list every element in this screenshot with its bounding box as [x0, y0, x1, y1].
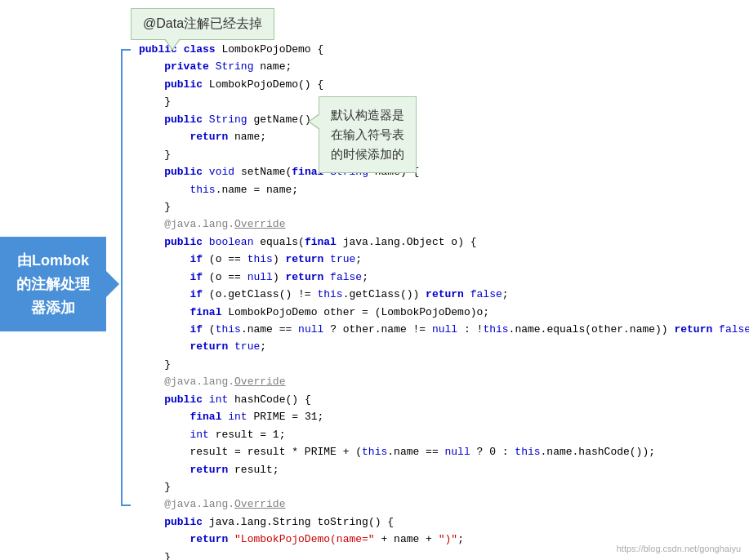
- code-line: public LombokPojoDemo() {: [139, 76, 741, 93]
- code-block: public class LombokPojoDemo { private St…: [139, 41, 741, 560]
- code-line: result = result * PRIME + (this.name == …: [139, 443, 741, 460]
- code-line: if (o == null) return false;: [139, 269, 741, 286]
- left-annotation-bubble: 由Lombok的注解处理器添加: [0, 237, 106, 331]
- code-line: public int hashCode() {: [139, 391, 741, 408]
- code-line: }: [139, 198, 741, 216]
- code-area: public class LombokPojoDemo { private St…: [131, 41, 749, 560]
- code-line: }: [139, 146, 741, 163]
- code-line: }: [139, 356, 741, 373]
- code-line: this.name = name;: [139, 181, 741, 198]
- code-line: public class LombokPojoDemo {: [139, 41, 741, 58]
- right-annotation-bubble: 默认构造器是 在输入符号表 的时候添加的: [319, 96, 417, 173]
- left-annotation-text: 由Lombok的注解处理器添加: [16, 252, 90, 316]
- right-annotation-line3: 的时候添加的: [331, 147, 404, 161]
- code-line: private String name;: [139, 58, 741, 75]
- code-line: public void setName(final String name) {: [139, 163, 741, 180]
- code-line: }: [139, 93, 741, 110]
- code-line: @java.lang.Override: [139, 373, 741, 390]
- right-annotation-line2: 在输入符号表: [331, 127, 404, 141]
- code-line: @java.lang.Override: [139, 496, 741, 513]
- watermark: https://blog.csdn.net/gonghaiyu: [617, 544, 741, 553]
- code-line: public boolean equals(final java.lang.Ob…: [139, 233, 741, 251]
- code-line: public java.lang.String toString() {: [139, 513, 741, 531]
- code-line: if (this.name == null ? other.name != nu…: [139, 321, 741, 338]
- code-line: final LombokPojoDemo other = (LombokPojo…: [139, 304, 741, 321]
- code-line: @java.lang.Override: [139, 216, 741, 233]
- code-line: }: [139, 478, 741, 496]
- top-annotation-bubble: @Data注解已经去掉: [131, 8, 274, 40]
- top-annotation-text: @Data注解已经去掉: [143, 16, 262, 30]
- code-line: return name;: [139, 128, 741, 145]
- bracket-line: [121, 49, 123, 506]
- code-line: final int PRIME = 31;: [139, 408, 741, 425]
- code-line: if (o.getClass() != this.getClass()) ret…: [139, 286, 741, 303]
- right-annotation-line1: 默认构造器是: [331, 108, 404, 122]
- code-line: return true;: [139, 338, 741, 355]
- code-line: return result;: [139, 461, 741, 478]
- code-line: int result = 1;: [139, 426, 741, 443]
- code-line: public String getName() {: [139, 111, 741, 128]
- code-line: if (o == this) return true;: [139, 251, 741, 268]
